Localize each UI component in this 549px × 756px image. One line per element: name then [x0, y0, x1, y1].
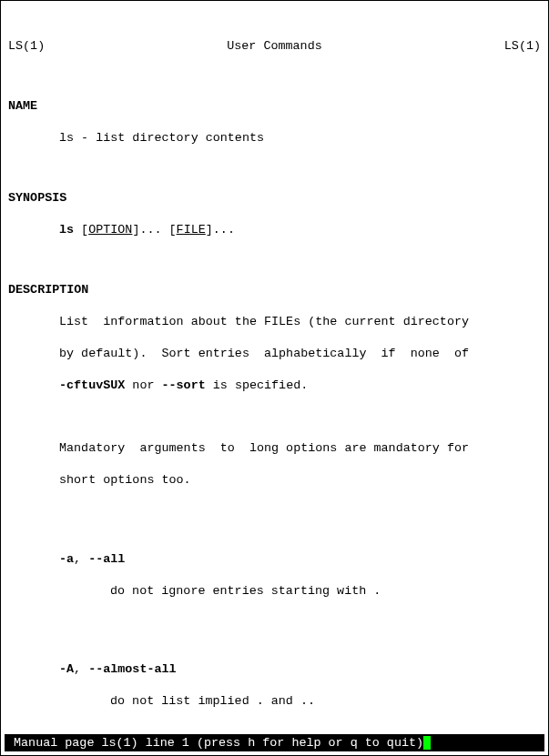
option-A-desc: do not list implied . and ..: [8, 693, 541, 709]
man-header: LS(1) User Commands LS(1): [8, 38, 541, 54]
desc-para2-b: short options too.: [8, 472, 541, 488]
cursor: [423, 736, 431, 750]
desc-para1-a: List information about the FILEs (the cu…: [8, 314, 541, 329]
section-description-title: DESCRIPTION: [8, 282, 541, 297]
desc-para1-c: -cftuvSUX nor --sort is specified.: [8, 378, 541, 393]
option-a-desc: do not ignore entries starting with .: [8, 583, 541, 599]
header-center: User Commands: [227, 38, 321, 54]
option-a: -a, --all: [8, 551, 541, 567]
header-right: LS(1): [504, 38, 541, 54]
name-text: ls - list directory contents: [8, 130, 541, 146]
section-name-title: NAME: [8, 98, 541, 114]
status-bar[interactable]: Manual page ls(1) line 1 (press h for he…: [5, 734, 544, 751]
status-text: Manual page ls(1) line 1 (press h for he…: [6, 736, 423, 750]
desc-para1-b: by default). Sort entries alphabetically…: [8, 346, 541, 361]
desc-para2-a: Mandatory arguments to long options are …: [8, 440, 541, 456]
man-page-content[interactable]: LS(1) User Commands LS(1) NAME ls - list…: [1, 1, 548, 756]
section-synopsis-title: SYNOPSIS: [8, 190, 541, 206]
synopsis-option: OPTION: [88, 223, 132, 237]
option-A: -A, --almost-all: [8, 661, 541, 677]
header-left: LS(1): [8, 38, 45, 54]
synopsis-file: FILE: [177, 223, 206, 237]
synopsis-cmd: ls: [59, 223, 74, 237]
synopsis-line: ls [OPTION]... [FILE]...: [8, 222, 541, 237]
